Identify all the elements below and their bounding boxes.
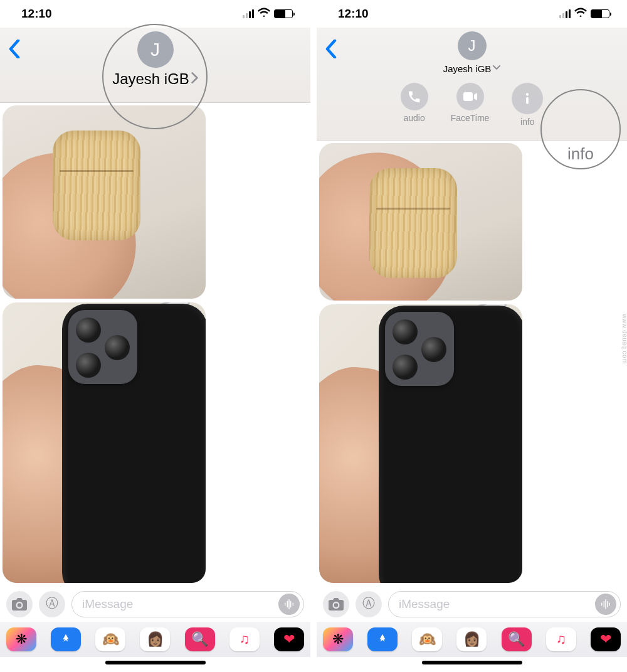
message-photo-attachment[interactable]: [319, 143, 522, 301]
info-button[interactable]: info: [512, 83, 543, 127]
back-button[interactable]: [6, 35, 23, 63]
drawer-photos-icon[interactable]: ❋: [323, 627, 353, 651]
drawer-memoji2-icon[interactable]: 👩🏽: [456, 627, 487, 651]
contact-name: Jayesh iGB: [443, 63, 492, 74]
header-actions: audio FaceTime info: [401, 83, 544, 127]
app-store-button[interactable]: Ⓐ: [356, 591, 382, 617]
drawer-memoji-icon[interactable]: 🙉: [95, 627, 125, 651]
photo-airpods-case: [319, 143, 522, 301]
voice-message-button[interactable]: [278, 594, 300, 615]
audio-call-button[interactable]: audio: [401, 83, 428, 127]
contact-avatar[interactable]: J: [137, 31, 174, 68]
status-bar: 12:10: [317, 0, 627, 28]
drawer-music-icon[interactable]: ♫: [229, 627, 260, 651]
facetime-button[interactable]: FaceTime: [451, 83, 490, 127]
drawer-images-icon[interactable]: 🔍: [185, 627, 215, 651]
conversation-header[interactable]: J Jayesh iGB: [0, 28, 310, 103]
annotation-label: info: [567, 144, 594, 164]
facetime-label: FaceTime: [451, 113, 490, 123]
svg-text:Ⓐ: Ⓐ: [46, 597, 58, 610]
status-time: 12:10: [338, 7, 369, 21]
status-time: 12:10: [21, 7, 52, 21]
drawer-appstore-icon[interactable]: [51, 627, 81, 651]
avatar-initial: J: [150, 39, 160, 60]
battery-icon: [274, 9, 293, 18]
status-indicators: [559, 7, 609, 21]
input-placeholder: iMessage: [82, 597, 133, 611]
left-screenshot: 12:10 J Jayesh iGB: [0, 0, 310, 672]
back-button[interactable]: [323, 35, 339, 63]
contact-avatar[interactable]: J: [458, 31, 487, 60]
wifi-icon: [574, 7, 587, 21]
contact-name-button[interactable]: Jayesh iGB: [112, 70, 198, 88]
messages-thread[interactable]: [0, 103, 310, 587]
camera-button[interactable]: [6, 591, 33, 617]
video-icon: [456, 83, 484, 110]
message-photo-attachment[interactable]: [319, 304, 522, 584]
cellular-signal-icon: [243, 9, 254, 18]
svg-point-7: [526, 93, 529, 95]
info-label: info: [520, 117, 535, 127]
svg-text:Ⓐ: Ⓐ: [362, 597, 375, 610]
conversation-header-expanded[interactable]: info J Jayesh iGB audio Face: [317, 28, 627, 141]
message-input[interactable]: iMessage: [388, 591, 621, 617]
photo-airpods-case: [3, 105, 206, 299]
status-indicators: [243, 7, 293, 21]
home-indicator[interactable]: [317, 657, 627, 672]
message-photo-attachment[interactable]: [3, 302, 206, 583]
drawer-music-icon[interactable]: ♫: [546, 627, 576, 651]
message-input-bar: Ⓐ iMessage: [0, 587, 310, 622]
svg-rect-6: [463, 92, 473, 101]
right-screenshot: 12:10 info J Jayesh iGB: [317, 0, 627, 672]
contact-name: Jayesh iGB: [112, 70, 189, 88]
message-input-bar: Ⓐ iMessage: [317, 587, 627, 622]
home-indicator[interactable]: [0, 657, 310, 672]
wifi-icon: [258, 7, 270, 21]
chevron-down-icon: [493, 62, 500, 73]
drawer-images-icon[interactable]: 🔍: [502, 627, 532, 651]
apps-drawer[interactable]: ❋ 🙉 👩🏽 🔍 ♫ ❤: [317, 622, 627, 657]
camera-button[interactable]: [323, 591, 349, 617]
drawer-photos-icon[interactable]: ❋: [6, 627, 36, 651]
apps-drawer[interactable]: ❋ 🙉 👩🏽 🔍 ♫ ❤: [0, 622, 310, 657]
photo-phone-case: [319, 304, 522, 584]
photo-phone-case: [3, 302, 206, 583]
message-photo-attachment[interactable]: [3, 105, 206, 299]
app-store-button[interactable]: Ⓐ: [39, 591, 65, 617]
drawer-digitaltouch-icon[interactable]: ❤: [591, 627, 621, 651]
drawer-memoji-icon[interactable]: 🙉: [412, 627, 442, 651]
message-input[interactable]: iMessage: [71, 591, 304, 617]
voice-message-button[interactable]: [595, 594, 616, 615]
chevron-right-icon: [191, 72, 198, 86]
svg-rect-8: [527, 97, 529, 104]
battery-icon: [591, 9, 609, 18]
cellular-signal-icon: [559, 9, 571, 18]
watermark: www.deuaq.com: [621, 314, 627, 364]
drawer-memoji2-icon[interactable]: 👩🏽: [140, 627, 170, 651]
drawer-appstore-icon[interactable]: [367, 627, 398, 651]
status-bar: 12:10: [0, 0, 310, 28]
messages-thread[interactable]: [317, 141, 627, 587]
input-placeholder: iMessage: [399, 597, 450, 611]
drawer-digitaltouch-icon[interactable]: ❤: [274, 627, 304, 651]
avatar-initial: J: [468, 37, 476, 55]
phone-icon: [401, 83, 428, 110]
audio-label: audio: [404, 113, 425, 123]
info-icon: [512, 83, 543, 114]
contact-name-button[interactable]: Jayesh iGB: [443, 63, 501, 74]
